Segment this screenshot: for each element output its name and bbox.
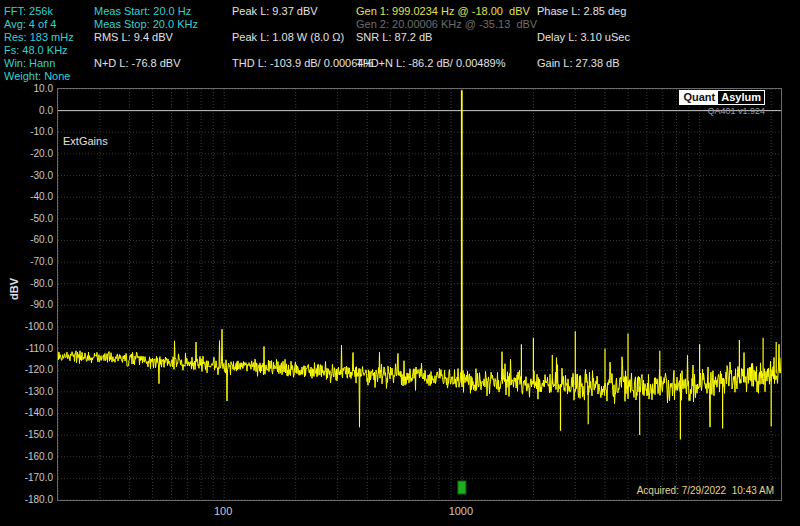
spectrum-plot-area[interactable]: ExtGains QuantAsylum QA401 v1.924 Acquir… xyxy=(57,88,782,501)
logo-asylum: Asylum xyxy=(718,91,764,104)
qa401-analyzer-window: FFT: 256k Avg: 4 of 4 Res: 183 mHz Fs: 4… xyxy=(0,0,800,526)
generator-frequency-marker[interactable] xyxy=(458,481,466,494)
software-version: QA401 v1.924 xyxy=(707,106,765,116)
x-tick-label: 1000 xyxy=(441,505,481,517)
logo-quant: Quant xyxy=(680,91,718,104)
acquired-timestamp: Acquired: 7/29/2022 10:43 AM xyxy=(637,485,774,496)
quantasylum-logo: QuantAsylum xyxy=(679,90,765,105)
legend-extgains: ExtGains xyxy=(63,135,108,147)
x-tick-label: 100 xyxy=(203,505,243,517)
spectrum-svg xyxy=(58,89,781,500)
